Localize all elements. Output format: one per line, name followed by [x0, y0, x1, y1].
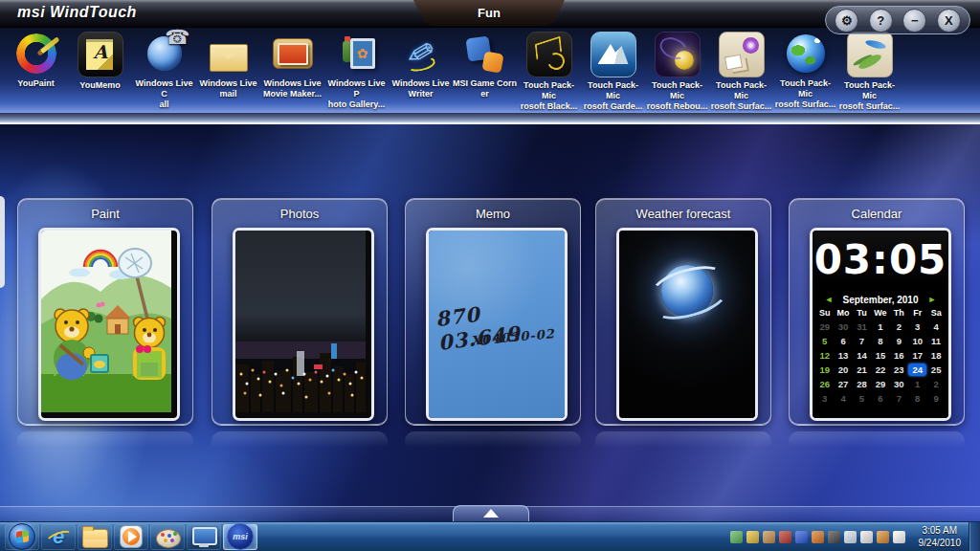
calendar-day[interactable]: 3	[908, 320, 926, 334]
calendar-day[interactable]: 21	[853, 363, 871, 377]
audio-manager-icon[interactable]	[779, 531, 791, 543]
calendar-day[interactable]: 16	[890, 348, 908, 363]
expand-dock-button[interactable]	[453, 505, 529, 521]
security-tray-icon[interactable]	[812, 531, 824, 543]
calendar-day[interactable]: 13	[834, 348, 852, 363]
app-windows-live-photo-gallery[interactable]: Windows Live P hoto Gallery...	[324, 27, 389, 109]
surface-lagoon-icon	[847, 32, 893, 77]
calendar-day[interactable]: 6	[834, 334, 852, 348]
tab-fun-label: Fun	[478, 6, 501, 20]
document-tray-icon[interactable]	[844, 531, 857, 543]
app-touch-pack-surface-globe[interactable]: Touch Pack-Mic rosoft Surfac...	[773, 27, 837, 109]
calendar-day[interactable]: 29	[871, 377, 889, 391]
calendar-day[interactable]: 2	[926, 377, 945, 391]
calendar-day[interactable]: 9	[926, 391, 945, 406]
calendar-day[interactable]: 6	[871, 391, 889, 406]
show-desktop-button[interactable]	[969, 522, 980, 551]
taskbar-clock[interactable]: 3:05 AM 9/24/2010	[911, 524, 969, 550]
widget-card-photos[interactable]: Photos	[212, 198, 388, 426]
card-reflection	[17, 431, 193, 452]
calendar-day[interactable]: 2	[890, 320, 908, 334]
window-controls: ⚙ ? − X	[825, 6, 970, 34]
next-month-icon[interactable]: ►	[927, 296, 936, 304]
calendar-day[interactable]: 4	[926, 320, 945, 334]
calendar-day[interactable]: 12	[815, 348, 834, 363]
app-touch-pack-surface-lagoon[interactable]: Touch Pack-Mic rosoft Surfac...	[837, 27, 902, 111]
calendar-day[interactable]: 30	[834, 320, 852, 334]
media-player-launcher[interactable]	[114, 524, 148, 550]
app-msi-game-corner[interactable]: MSI Game Corn er	[453, 27, 517, 99]
calendar-day[interactable]: 3	[815, 391, 834, 406]
app-touch-pack-rebound[interactable]: Touch Pack-Mic rosoft Rebou...	[645, 27, 709, 111]
calendar-day[interactable]: 8	[908, 391, 926, 406]
calendar-day[interactable]: 4	[834, 391, 852, 406]
display-settings-launcher[interactable]	[187, 524, 221, 550]
msi-windtouch-launcher[interactable]	[223, 524, 257, 550]
calendar-day[interactable]: 28	[853, 377, 871, 391]
touch-utility-icon[interactable]	[763, 531, 775, 543]
memo-tray-icon[interactable]	[746, 531, 759, 543]
explorer-launcher[interactable]	[78, 524, 112, 550]
weekday-label: Fr	[908, 307, 926, 320]
youmemo-icon	[78, 32, 123, 77]
help-icon[interactable]: ?	[869, 9, 893, 33]
ie-launcher[interactable]	[41, 524, 76, 550]
calendar-day[interactable]: 10	[908, 334, 926, 348]
calendar-day[interactable]: 8	[871, 334, 889, 348]
app-youmemo[interactable]: YouMemo	[68, 27, 132, 91]
calendar-day[interactable]: 26	[815, 377, 834, 391]
widget-card-paint[interactable]: Paint	[17, 198, 193, 426]
tab-fun[interactable]: Fun	[413, 0, 565, 26]
app-windows-live-movie-maker[interactable]: Windows Live Movie Maker...	[260, 27, 324, 99]
calendar-day[interactable]: 20	[834, 363, 852, 377]
app-windows-live-writer[interactable]: Windows Live Writer	[389, 27, 453, 99]
prev-month-icon[interactable]: ◄	[825, 296, 834, 304]
calendar-day[interactable]: 14	[853, 348, 871, 363]
calendar-day[interactable]: 30	[890, 377, 908, 391]
calendar-day[interactable]: 24	[908, 363, 926, 377]
calendar-day[interactable]: 9	[890, 334, 908, 348]
calendar-day[interactable]: 5	[853, 391, 871, 406]
action-center-icon[interactable]	[860, 531, 873, 543]
calendar-day[interactable]: 27	[834, 377, 852, 391]
minimize-icon[interactable]: −	[902, 9, 926, 33]
photo-gallery-icon	[335, 32, 379, 76]
thx-audio-icon[interactable]	[828, 531, 840, 543]
calendar-day[interactable]: 22	[871, 363, 889, 377]
calendar-day[interactable]: 1	[871, 320, 889, 334]
widget-card-weather[interactable]: Weather forecast	[595, 198, 771, 426]
msi-control-icon[interactable]	[795, 531, 808, 543]
calendar-day[interactable]: 23	[890, 363, 908, 377]
calendar-day[interactable]: 1	[908, 377, 926, 391]
calendar-day[interactable]: 5	[815, 334, 834, 348]
calendar-day[interactable]: 15	[871, 348, 889, 363]
weekday-label: Mo	[834, 307, 852, 320]
calendar-day[interactable]: 31	[853, 320, 871, 334]
start-button[interactable]	[5, 524, 39, 550]
close-icon[interactable]: X	[937, 9, 961, 33]
calendar-day[interactable]: 18	[926, 348, 945, 363]
calendar-day[interactable]: 29	[815, 320, 834, 334]
calendar-day[interactable]: 7	[890, 391, 908, 406]
app-touch-pack-blackboard[interactable]: Touch Pack-Mic rosoft Black...	[517, 27, 581, 111]
previous-card-peek[interactable]	[0, 196, 5, 288]
app-touch-pack-garden-pond[interactable]: Touch Pack-Mic rosoft Garde...	[581, 27, 645, 111]
pointer-device-icon[interactable]	[877, 531, 889, 543]
app-windows-live-mail[interactable]: Windows Live mail	[196, 27, 260, 99]
volume-icon[interactable]	[893, 531, 905, 543]
settings-gear-icon[interactable]: ⚙	[835, 9, 858, 33]
app-windows-live-call[interactable]: Windows Live C all	[132, 27, 196, 109]
calendar-day[interactable]: 25	[926, 363, 945, 377]
widget-card-calendar[interactable]: Calendar 03:05 ◄ September, 2010 ► SuMoT…	[789, 198, 965, 426]
calendar-day[interactable]: 11	[926, 334, 945, 348]
msi-windtouch-screen: { "topbar": { "logo": "msi WindTouch", "…	[0, 0, 980, 551]
calendar-day[interactable]: 7	[853, 334, 871, 348]
widget-card-memo[interactable]: Memo 870 03.649 X04030-02	[405, 198, 581, 426]
surface-collage-icon	[719, 32, 765, 77]
network-status-icon[interactable]	[730, 531, 743, 543]
app-touch-pack-surface-collage[interactable]: Touch Pack-Mic rosoft Surfac...	[709, 27, 773, 111]
calendar-day[interactable]: 19	[815, 363, 834, 377]
app-youpaint[interactable]: YouPaint	[4, 27, 68, 89]
paint-launcher[interactable]	[150, 524, 185, 550]
calendar-day[interactable]: 17	[908, 348, 926, 363]
